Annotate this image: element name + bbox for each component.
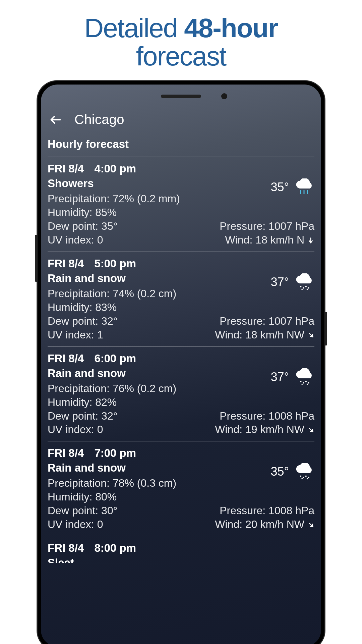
app-content: Chicago Hourly forecast FRI 8/4 4:00 pm … xyxy=(41,103,321,644)
section-title: Hourly forecast xyxy=(48,136,314,157)
dewpoint-pressure-line: Dew point: 30° Pressure: 1008 hPa xyxy=(48,504,314,518)
pressure-value: Pressure: 1008 hPa xyxy=(220,504,314,518)
uv-wind-line: UV index: 0 Wind: 18 km/h N xyxy=(48,233,314,247)
marketing-headline: Detailed 48-hour forecast xyxy=(0,0,362,70)
row-date: FRI 8/4 xyxy=(48,447,84,459)
pressure-value: Pressure: 1008 hPa xyxy=(220,409,314,423)
wind-value: Wind: 18 km/h N xyxy=(225,233,304,247)
showers-icon xyxy=(294,178,314,196)
temperature: 37° xyxy=(271,275,289,289)
row-date: FRI 8/4 xyxy=(48,352,84,365)
hourly-row[interactable]: FRI 8/4 4:00 pm Showers 35° Precipitatio… xyxy=(48,157,314,252)
headline-text: Detailed xyxy=(84,13,184,43)
temp-and-icon: 37° xyxy=(271,368,314,386)
hourly-row[interactable]: FRI 8/4 8:00 pm Sleet xyxy=(48,536,314,568)
rain-snow-icon xyxy=(294,368,314,386)
phone-camera xyxy=(221,93,227,99)
wind-value: Wind: 19 km/h NW xyxy=(215,423,304,436)
dewpoint-pressure-line: Dew point: 32° Pressure: 1007 hPa xyxy=(48,314,314,328)
pressure-value: Pressure: 1007 hPa xyxy=(220,314,314,328)
uv-wind-line: UV index: 0 Wind: 20 km/h NW xyxy=(48,518,314,531)
headline-bold: 48-hour xyxy=(184,13,278,43)
wind-direction-icon xyxy=(307,426,314,433)
row-datetime: FRI 8/4 8:00 pm xyxy=(48,542,314,554)
temperature: 37° xyxy=(271,370,289,384)
humidity-line: Humidity: 80% xyxy=(48,490,314,504)
headline-line2: forecast xyxy=(136,41,226,71)
uv-wind-line: UV index: 0 Wind: 19 km/h NW xyxy=(48,423,314,436)
app-bar: Chicago xyxy=(48,109,314,136)
temp-and-icon: 35° xyxy=(271,463,314,480)
row-date: FRI 8/4 xyxy=(48,162,84,175)
hourly-row[interactable]: FRI 8/4 5:00 pm Rain and snow 37° Precip… xyxy=(48,252,314,346)
phone-side-button xyxy=(325,312,327,345)
humidity-line: Humidity: 82% xyxy=(48,395,314,409)
humidity-line: Humidity: 83% xyxy=(48,301,314,314)
wind-direction-icon xyxy=(307,331,314,338)
row-datetime: FRI 8/4 6:00 pm xyxy=(48,352,314,365)
city-title: Chicago xyxy=(74,112,124,127)
uv-wind-line: UV index: 1 Wind: 18 km/h NW xyxy=(48,328,314,342)
row-time: 6:00 pm xyxy=(94,352,136,365)
row-datetime: FRI 8/4 5:00 pm xyxy=(48,257,314,270)
back-arrow-icon[interactable] xyxy=(49,113,62,126)
row-time: 8:00 pm xyxy=(94,542,136,554)
temperature: 35° xyxy=(271,465,289,479)
hourly-row[interactable]: FRI 8/4 6:00 pm Rain and snow 37° Precip… xyxy=(48,347,314,441)
rain-snow-icon xyxy=(294,463,314,480)
row-date: FRI 8/4 xyxy=(48,542,84,554)
phone-frame: Chicago Hourly forecast FRI 8/4 4:00 pm … xyxy=(37,80,325,644)
hourly-list[interactable]: FRI 8/4 4:00 pm Showers 35° Precipitatio… xyxy=(48,157,314,568)
temp-and-icon: 35° xyxy=(271,178,314,196)
dewpoint-pressure-line: Dew point: 35° Pressure: 1007 hPa xyxy=(48,219,314,233)
row-time: 7:00 pm xyxy=(94,447,136,459)
row-time: 5:00 pm xyxy=(94,257,136,270)
hourly-row[interactable]: FRI 8/4 7:00 pm Rain and snow 35° Precip… xyxy=(48,441,314,536)
wind-value: Wind: 18 km/h NW xyxy=(215,328,304,342)
row-time: 4:00 pm xyxy=(94,162,136,175)
temperature: 35° xyxy=(271,180,289,194)
wind-value: Wind: 20 km/h NW xyxy=(215,518,304,531)
phone-screen: Chicago Hourly forecast FRI 8/4 4:00 pm … xyxy=(41,85,321,644)
wind-direction-icon xyxy=(307,521,314,528)
phone-side-button xyxy=(35,235,37,282)
row-datetime: FRI 8/4 7:00 pm xyxy=(48,447,314,460)
humidity-line: Humidity: 85% xyxy=(48,206,314,219)
pressure-value: Pressure: 1007 hPa xyxy=(220,219,314,233)
row-datetime: FRI 8/4 4:00 pm xyxy=(48,162,314,175)
wind-direction-icon xyxy=(307,236,314,244)
row-date: FRI 8/4 xyxy=(48,257,84,270)
dewpoint-pressure-line: Dew point: 32° Pressure: 1008 hPa xyxy=(48,409,314,423)
rain-snow-icon xyxy=(294,273,314,291)
temp-and-icon: 37° xyxy=(271,273,314,291)
row-condition: Sleet xyxy=(48,556,314,563)
phone-speaker xyxy=(161,95,201,98)
